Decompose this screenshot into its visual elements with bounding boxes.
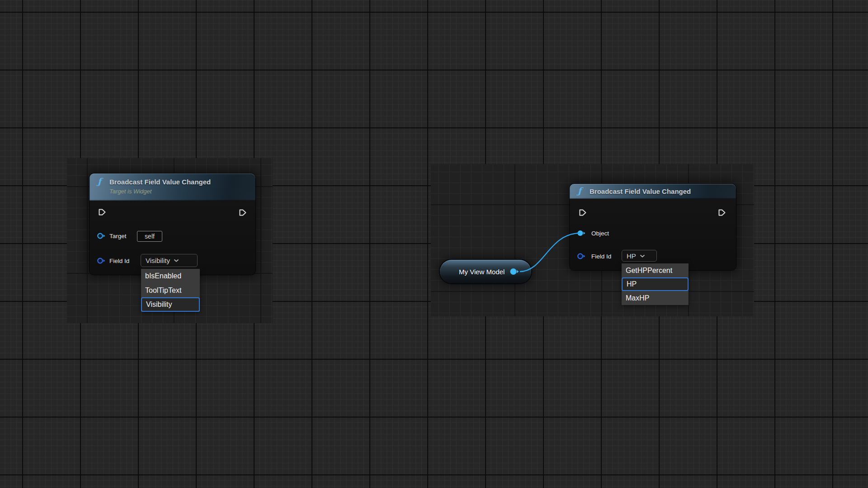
node-header[interactable]: ƒ Broadcast Field Value Changed Target i… (90, 174, 255, 201)
field-id-options-menu: bIsEnabled ToolTipText Visibility (141, 269, 200, 312)
target-pin[interactable] (97, 233, 106, 239)
node-subtitle: Target is Widget (109, 188, 151, 195)
field-id-dropdown-value: Visibility (146, 257, 170, 264)
function-icon: ƒ (578, 186, 581, 196)
object-pin-connected[interactable] (577, 230, 586, 236)
field-id-options-menu: GetHPPercent HP MaxHP (622, 263, 689, 305)
node-my-view-model[interactable]: My View Model (440, 260, 531, 283)
node-title: Broadcast Field Value Changed (590, 188, 691, 195)
exec-output-pin[interactable] (239, 209, 247, 216)
node-broadcast-field-value-changed-left[interactable]: ƒ Broadcast Field Value Changed Target i… (90, 174, 255, 275)
option-hp-selected[interactable]: HP (622, 277, 689, 291)
target-self-input[interactable]: self (137, 231, 162, 242)
object-pin-label: Object (591, 230, 609, 237)
option-tooltiptext[interactable]: ToolTipText (141, 283, 200, 297)
target-pin-label: Target (109, 233, 127, 239)
field-id-pin[interactable] (577, 253, 586, 259)
chevron-down-icon (640, 254, 645, 258)
function-icon: ƒ (98, 176, 101, 186)
option-maxhp[interactable]: MaxHP (622, 291, 689, 305)
field-id-dropdown[interactable]: HP (622, 250, 657, 262)
chevron-down-icon (174, 259, 179, 262)
field-id-dropdown[interactable]: Visibility (141, 254, 198, 267)
option-bisenabled[interactable]: bIsEnabled (141, 269, 200, 283)
exec-input-pin[interactable] (579, 209, 587, 216)
option-visibility-selected[interactable]: Visibility (141, 297, 200, 312)
view-model-output-pin[interactable] (510, 268, 519, 275)
node-broadcast-field-value-changed-right[interactable]: ƒ Broadcast Field Value Changed Object F… (570, 184, 736, 270)
node-header[interactable]: ƒ Broadcast Field Value Changed (570, 184, 736, 199)
field-id-pin-label: Field Id (109, 258, 129, 264)
variable-name-label: My View Model (459, 260, 505, 283)
field-id-pin[interactable] (97, 258, 106, 264)
field-id-pin-label: Field Id (591, 253, 611, 260)
exec-input-pin[interactable] (98, 208, 106, 216)
node-title: Broadcast Field Value Changed (109, 178, 211, 186)
field-id-dropdown-value: HP (627, 252, 636, 260)
option-gethppercent[interactable]: GetHPPercent (622, 263, 689, 277)
exec-output-pin[interactable] (718, 209, 726, 216)
